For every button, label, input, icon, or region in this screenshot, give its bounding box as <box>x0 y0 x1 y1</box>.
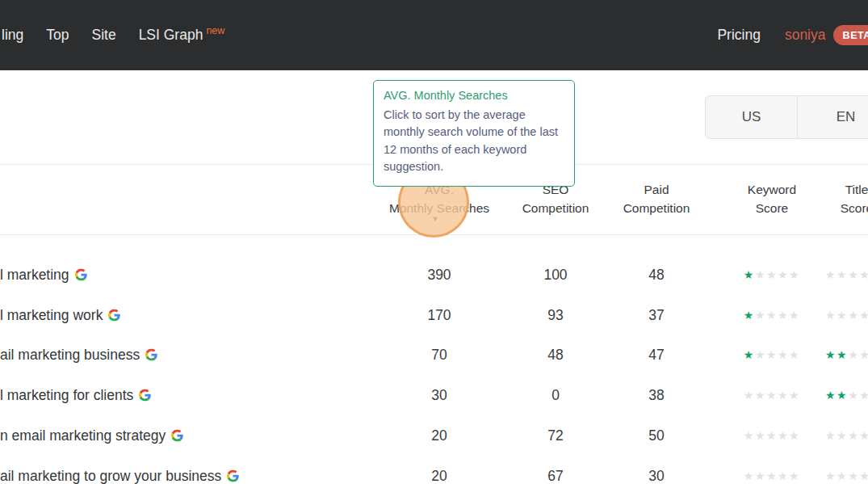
paid-competition-value: 50 <box>648 427 664 444</box>
paid-competition-value: 47 <box>648 347 664 364</box>
column-header-line2: Monthly Searches <box>389 199 489 217</box>
star-empty-icon: ★ <box>755 309 766 322</box>
seo-competition-value: 67 <box>547 467 563 484</box>
keyword-score-rating: ★★★★★ <box>744 469 800 482</box>
star-empty-icon: ★ <box>825 309 837 322</box>
paid-competition-value: 38 <box>648 387 664 404</box>
star-empty-icon: ★ <box>755 348 766 361</box>
star-empty-icon: ★ <box>744 429 755 442</box>
star-empty-icon: ★ <box>848 429 859 442</box>
title-score-rating: ★★★★★ <box>825 268 868 281</box>
avg-monthly-searches-value: 30 <box>431 387 447 404</box>
google-search-icon[interactable] <box>171 430 183 442</box>
tooltip-title: AVG. Monthly Searches <box>384 89 564 102</box>
star-empty-icon: ★ <box>837 268 848 281</box>
title-score-rating: ★★★★★ <box>825 309 868 322</box>
column-header-title-score[interactable]: TitleScore <box>841 180 868 217</box>
column-header-line1: Keyword <box>748 180 796 199</box>
username-link[interactable]: soniya <box>785 27 826 44</box>
star-filled-icon: ★ <box>837 348 848 361</box>
star-filled-icon: ★ <box>744 348 755 361</box>
column-header-line1: Title <box>841 180 868 199</box>
column-header-keyword-score[interactable]: KeywordScore <box>748 180 796 217</box>
star-empty-icon: ★ <box>789 389 800 402</box>
paid-competition-value: 37 <box>648 306 664 323</box>
keyword-cell[interactable]: l marketing <box>0 266 87 283</box>
table-row: ail marketing to grow your business 2067… <box>0 456 868 484</box>
google-search-icon[interactable] <box>108 309 120 321</box>
star-empty-icon: ★ <box>848 389 859 402</box>
user-menu[interactable]: soniya BETA <box>785 25 868 45</box>
google-search-icon[interactable] <box>227 469 239 482</box>
star-empty-icon: ★ <box>778 268 789 281</box>
star-empty-icon: ★ <box>789 429 800 442</box>
star-empty-icon: ★ <box>778 389 789 402</box>
star-empty-icon: ★ <box>778 469 789 482</box>
keyword-cell[interactable]: n email marketing strategy <box>0 427 183 444</box>
keyword-cell[interactable]: l marketing for clients <box>0 387 151 404</box>
star-empty-icon: ★ <box>778 309 789 322</box>
seo-competition-value: 100 <box>543 266 567 283</box>
keyword-text: ail marketing business <box>0 347 140 364</box>
nav-item-lsi-graph[interactable]: LSI Graphnew <box>139 27 225 44</box>
star-empty-icon: ★ <box>859 268 868 281</box>
pricing-link[interactable]: Pricing <box>717 27 761 44</box>
star-empty-icon: ★ <box>744 469 755 482</box>
table-body: l marketing 39010048★★★★★★★★★★l marketin… <box>0 255 868 484</box>
keyword-cell[interactable]: ail marketing business <box>0 347 157 364</box>
keyword-text: n email marketing strategy <box>0 427 166 444</box>
title-score-rating: ★★★★★ <box>825 469 868 482</box>
star-filled-icon: ★ <box>825 348 837 361</box>
star-empty-icon: ★ <box>766 268 778 281</box>
nav-right: Pricing soniya BETA <box>717 25 868 45</box>
column-header-line2: Competition <box>522 199 589 217</box>
table-row: l marketing 39010048★★★★★★★★★★ <box>0 255 868 295</box>
column-tooltip: AVG. Monthly Searches Click to sort by t… <box>373 80 575 187</box>
locale-switcher: US EN <box>705 95 868 139</box>
star-filled-icon: ★ <box>744 268 755 281</box>
star-empty-icon: ★ <box>778 348 789 361</box>
star-empty-icon: ★ <box>744 389 755 402</box>
star-empty-icon: ★ <box>848 469 859 482</box>
keyword-cell[interactable]: l marketing work <box>0 306 120 323</box>
column-header-line1: Paid <box>623 180 690 199</box>
column-header-line2: Score <box>841 199 868 217</box>
lsi-graph-label: LSI Graph <box>139 27 203 43</box>
beta-badge: BETA <box>833 25 868 45</box>
seo-competition-value: 72 <box>547 427 563 444</box>
keyword-score-rating: ★★★★★ <box>744 389 800 402</box>
seo-competition-value: 0 <box>551 387 560 404</box>
google-search-icon[interactable] <box>139 389 151 402</box>
paid-competition-value: 30 <box>648 467 664 484</box>
star-empty-icon: ★ <box>825 469 837 482</box>
column-header-line2: Competition <box>623 199 690 217</box>
star-empty-icon: ★ <box>766 348 778 361</box>
language-button[interactable]: EN <box>797 96 868 138</box>
star-empty-icon: ★ <box>766 469 778 482</box>
table-row: n email marketing strategy 207250★★★★★★★… <box>0 415 868 456</box>
keyword-text: l marketing <box>0 266 69 283</box>
keyword-score-rating: ★★★★★ <box>744 348 800 361</box>
title-score-rating: ★★★★★ <box>825 389 868 402</box>
nav-item-site[interactable]: Site <box>91 27 115 44</box>
keyword-cell[interactable]: ail marketing to grow your business <box>0 467 239 484</box>
star-empty-icon: ★ <box>755 389 766 402</box>
country-button[interactable]: US <box>706 96 797 138</box>
star-empty-icon: ★ <box>848 348 859 361</box>
table-row: l marketing work 1709337★★★★★★★★★★ <box>0 295 868 335</box>
avg-monthly-searches-value: 20 <box>431 467 447 484</box>
google-search-icon[interactable] <box>145 349 157 361</box>
column-header-paid-competition[interactable]: PaidCompetition <box>623 180 690 217</box>
new-badge: new <box>206 25 224 36</box>
nav-item-ling[interactable]: ling <box>2 27 23 44</box>
star-empty-icon: ★ <box>837 429 848 442</box>
star-empty-icon: ★ <box>755 429 766 442</box>
star-empty-icon: ★ <box>789 469 800 482</box>
google-search-icon[interactable] <box>75 268 87 280</box>
table-row: l marketing for clients 30038★★★★★★★★★★ <box>0 375 868 415</box>
nav-item-top[interactable]: Top <box>46 27 69 44</box>
star-empty-icon: ★ <box>859 348 868 361</box>
star-empty-icon: ★ <box>789 268 800 281</box>
star-filled-icon: ★ <box>825 389 837 402</box>
star-filled-icon: ★ <box>744 309 755 322</box>
